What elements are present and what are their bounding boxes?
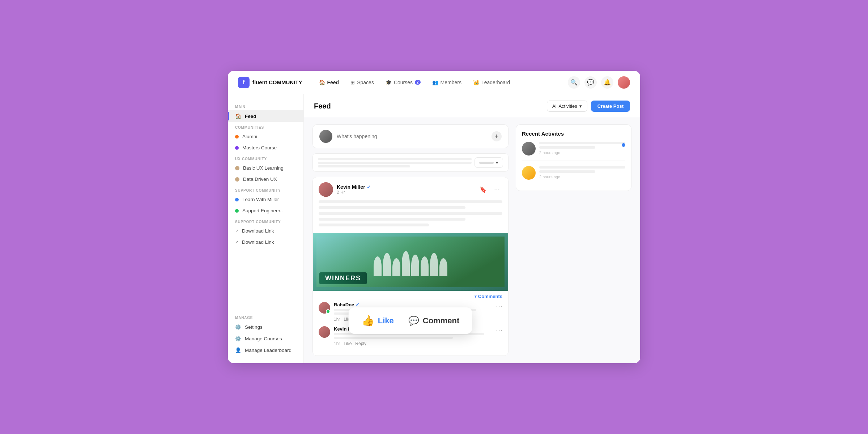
sidebar-item-manage-leaderboard[interactable]: 👤 Manage Leaderboard bbox=[228, 344, 303, 356]
feed-columns: + ▾ bbox=[304, 117, 640, 363]
manage-courses-icon: ⚙️ bbox=[235, 336, 241, 341]
like-button[interactable]: 👍 Like bbox=[362, 315, 394, 327]
filter-lines bbox=[318, 158, 472, 167]
nav-links: 🏠 Feed ⊞ Spaces 🎓 Courses 2 👥 Members 👑 … bbox=[314, 77, 557, 88]
chevron-down-icon: ▾ bbox=[579, 103, 582, 109]
composer-input[interactable] bbox=[337, 133, 487, 139]
thumbs-up-icon: 👍 bbox=[362, 315, 374, 327]
post-header: Kevin Miller ✓ 2 Hr 🔖 ⋯ bbox=[313, 177, 508, 200]
sidebar-item-alumni[interactable]: Alumni bbox=[228, 131, 303, 142]
brand: f fluent COMMUNITY bbox=[238, 77, 302, 88]
like-comment-overlay: 👍 Like 💬 Comment bbox=[349, 307, 472, 334]
activity-item-1: 2 hours ago bbox=[522, 142, 625, 156]
comment-more-2[interactable]: ⋯ bbox=[496, 326, 502, 334]
more-options-button[interactable]: ⋯ bbox=[492, 184, 502, 195]
create-post-button[interactable]: Create Post bbox=[591, 101, 630, 112]
comment-like-2[interactable]: Like bbox=[344, 341, 352, 346]
sidebar-item-data-driven[interactable]: Data Driven UX bbox=[228, 174, 303, 185]
brand-name: fluent COMMUNITY bbox=[252, 79, 302, 85]
comments-count[interactable]: 7 Comments bbox=[319, 291, 502, 302]
sidebar-item-support-engineer[interactable]: Support Engineer.. bbox=[228, 205, 303, 216]
comment-actions-2: 1hr Like Reply bbox=[334, 341, 492, 346]
sidebar-item-feed[interactable]: 🏠 Feed bbox=[228, 110, 303, 122]
manage-leaderboard-icon: 👤 bbox=[235, 347, 241, 353]
composer-plus-button[interactable]: + bbox=[492, 131, 502, 141]
post-time: 2 Hr bbox=[337, 190, 474, 195]
comment-avatar-kevin bbox=[319, 326, 330, 338]
leaderboard-icon: 👑 bbox=[473, 80, 479, 85]
alumni-dot bbox=[235, 135, 239, 139]
sidebar-item-masters-course[interactable]: Masters Course bbox=[228, 142, 303, 153]
search-button[interactable]: 🔍 bbox=[568, 76, 580, 89]
activity-content-1: 2 hours ago bbox=[539, 142, 625, 155]
chat-button[interactable]: 💬 bbox=[584, 76, 597, 89]
recent-activities-panel: Recent Activites 2 hours ago bbox=[516, 124, 631, 191]
spaces-icon: ⊞ bbox=[350, 80, 355, 85]
sidebar-item-learn-with-miller[interactable]: Learn With Miller bbox=[228, 194, 303, 205]
activity-item-2: 2 hours ago bbox=[522, 166, 625, 180]
feed-title: Feed bbox=[314, 102, 331, 110]
nav-item-spaces[interactable]: ⊞ Spaces bbox=[345, 77, 379, 88]
all-activities-button[interactable]: All Activities ▾ bbox=[547, 101, 587, 112]
basic-ux-icon bbox=[235, 166, 239, 170]
home-icon: 🏠 bbox=[319, 80, 325, 85]
post-user-info: Kevin Miller ✓ 2 Hr bbox=[337, 184, 474, 195]
post-image: WINNERS bbox=[313, 233, 508, 291]
post-username: Kevin Miller ✓ bbox=[337, 184, 474, 190]
data-driven-icon bbox=[235, 177, 239, 182]
sidebar-section-main: MAIN bbox=[228, 101, 303, 110]
comment-reply-2[interactable]: Reply bbox=[355, 341, 366, 346]
top-nav: f fluent COMMUNITY 🏠 Feed ⊞ Spaces 🎓 Cou… bbox=[228, 71, 640, 94]
feed-header-right: All Activities ▾ Create Post bbox=[547, 101, 630, 112]
nav-item-members[interactable]: 👥 Members bbox=[427, 77, 467, 88]
content-area: Feed All Activities ▾ Create Post bbox=[304, 94, 640, 363]
nav-item-feed[interactable]: 🏠 Feed bbox=[314, 77, 344, 88]
filter-dropdown[interactable]: ▾ bbox=[475, 157, 503, 168]
sidebar-section-support2: SUPPORT COMMUNITY bbox=[228, 216, 303, 225]
sidebar-section-support: SUPPORT COMMUNITY bbox=[228, 185, 303, 194]
comment-more-1[interactable]: ⋯ bbox=[496, 302, 502, 310]
recent-activities-title: Recent Activites bbox=[522, 131, 625, 137]
comment-icon: 💬 bbox=[408, 316, 419, 326]
feed-icon: 🏠 bbox=[235, 113, 241, 119]
post-composer: + bbox=[312, 124, 509, 148]
nav-icons: 🔍 💬 🔔 bbox=[568, 76, 630, 89]
comment-button[interactable]: 💬 Comment bbox=[408, 316, 459, 326]
notifications-button[interactable]: 🔔 bbox=[601, 76, 613, 89]
sidebar-item-manage-courses[interactable]: ⚙️ Manage Courses bbox=[228, 333, 303, 344]
user-avatar[interactable] bbox=[618, 76, 630, 89]
courses-badge: 2 bbox=[415, 80, 421, 85]
sidebar-section-manage: MANAGE bbox=[228, 312, 303, 321]
sidebar-section-communities: COMMUNITIES bbox=[228, 122, 303, 131]
courses-icon: 🎓 bbox=[386, 80, 392, 85]
verified-badge: ✓ bbox=[367, 184, 371, 190]
composer-avatar bbox=[319, 130, 332, 143]
sidebar-item-basic-ux[interactable]: Basic UX Learning bbox=[228, 162, 303, 174]
filter-bar: ▾ bbox=[312, 153, 509, 172]
sidebar-item-download-link-1[interactable]: ↗ Download Link bbox=[228, 225, 303, 237]
bookmark-button[interactable]: 🔖 bbox=[478, 184, 489, 195]
online-badge bbox=[326, 309, 330, 314]
post-actions: 🔖 ⋯ bbox=[478, 184, 502, 195]
comment-verified-1: ✓ bbox=[356, 302, 359, 307]
sidebar-item-download-link-2[interactable]: ↗ Download Link bbox=[228, 237, 303, 248]
post-author-avatar bbox=[319, 182, 333, 197]
comment-avatar-rahadoe bbox=[319, 302, 330, 314]
post-card: Kevin Miller ✓ 2 Hr 🔖 ⋯ bbox=[312, 177, 509, 356]
activity-dot-1 bbox=[622, 143, 625, 147]
nav-item-leaderboard[interactable]: 👑 Leaderboard bbox=[468, 77, 515, 88]
settings-icon: ⚙️ bbox=[235, 324, 241, 330]
activity-avatar-2 bbox=[522, 166, 536, 180]
sidebar: MAIN 🏠 Feed COMMUNITIES Alumni Masters C… bbox=[228, 94, 304, 363]
learn-miller-dot bbox=[235, 198, 239, 201]
activity-divider bbox=[522, 161, 625, 161]
sidebar-item-settings[interactable]: ⚙️ Settings bbox=[228, 321, 303, 333]
support-eng-dot bbox=[235, 209, 239, 213]
feed-header: Feed All Activities ▾ Create Post bbox=[304, 94, 640, 117]
post-body bbox=[313, 200, 508, 233]
feed-main: + ▾ bbox=[312, 124, 509, 356]
post-image-inner: WINNERS bbox=[313, 233, 508, 291]
sidebar-section-ux: UX COMMUNITY bbox=[228, 153, 303, 162]
nav-item-courses[interactable]: 🎓 Courses 2 bbox=[380, 77, 426, 88]
arrow-icon-1: ↗ bbox=[235, 229, 238, 233]
